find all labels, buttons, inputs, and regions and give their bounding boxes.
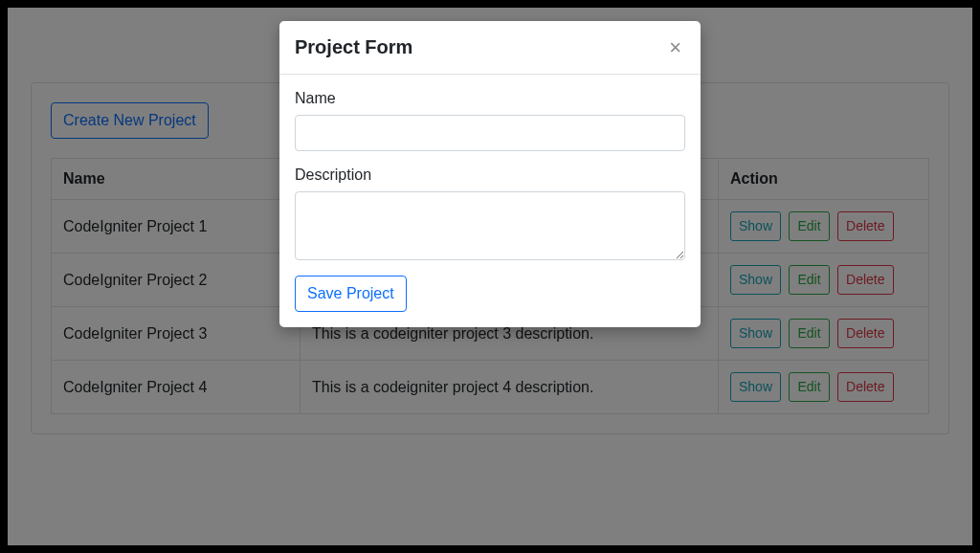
modal-header: Project Form × xyxy=(279,21,701,75)
modal-title: Project Form xyxy=(295,36,412,58)
description-textarea[interactable] xyxy=(295,191,685,260)
form-group-description: Description xyxy=(295,166,685,260)
description-label: Description xyxy=(295,166,685,184)
close-icon[interactable]: × xyxy=(665,37,685,58)
save-project-button[interactable]: Save Project xyxy=(295,276,407,312)
name-input[interactable] xyxy=(295,115,685,151)
name-label: Name xyxy=(295,90,685,107)
modal-body: Name Description Save Project xyxy=(279,75,701,327)
form-group-name: Name xyxy=(295,90,685,151)
project-form-modal: Project Form × Name Description Save Pro… xyxy=(279,21,701,327)
